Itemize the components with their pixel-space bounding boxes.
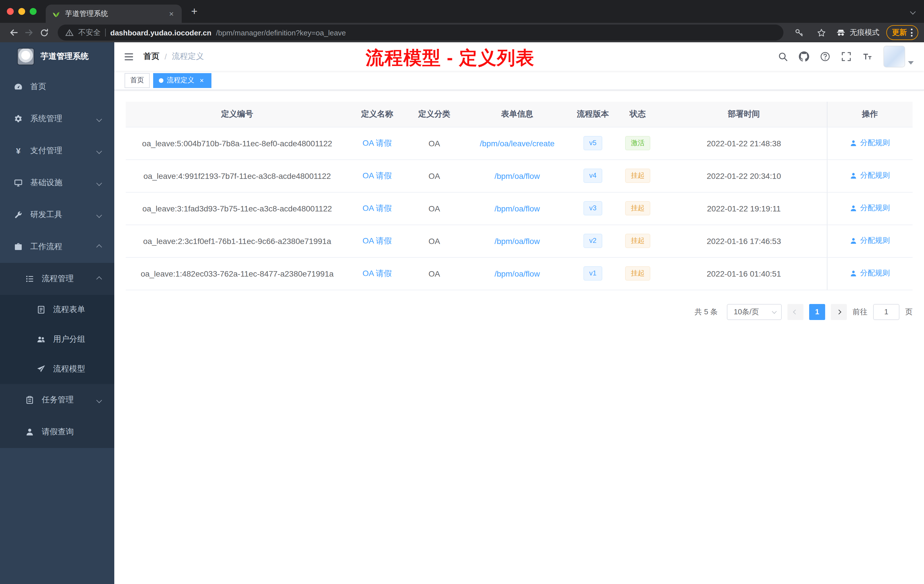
- goto-page-input[interactable]: [873, 304, 899, 320]
- sidebar-item-devtools[interactable]: 研发工具: [0, 199, 114, 231]
- sidebar-item-infrastructure[interactable]: 基础设施: [0, 167, 114, 199]
- breadcrumb: 首页 / 流程定义: [144, 51, 204, 62]
- version-badge: v5: [583, 136, 602, 150]
- definition-name-link[interactable]: OA 请假: [363, 203, 392, 212]
- page-size-select[interactable]: 10条/页: [727, 304, 782, 320]
- definition-name-link[interactable]: OA 请假: [363, 171, 392, 180]
- cell-form-info: /bpm/oa/flow: [463, 159, 571, 192]
- cell-status: 挂起: [614, 224, 661, 257]
- assign-rule-link[interactable]: 分配规则: [850, 268, 890, 279]
- user-menu[interactable]: [883, 46, 914, 68]
- prev-page-button[interactable]: [787, 304, 804, 320]
- dashboard-icon: [14, 82, 23, 91]
- breadcrumb-home[interactable]: 首页: [144, 51, 159, 62]
- column-version: 流程版本: [571, 102, 614, 127]
- logo-avatar: [17, 48, 34, 65]
- form-info-link[interactable]: /bpm/oa/flow: [495, 171, 540, 180]
- sidebar-item-task-management[interactable]: 任务管理: [0, 384, 114, 416]
- definition-name-link[interactable]: OA 请假: [363, 236, 392, 245]
- sidebar-item-process-form[interactable]: 流程表单: [0, 295, 114, 325]
- sidebar-item-leave-query[interactable]: 请假查询: [0, 416, 114, 448]
- github-icon[interactable]: [799, 51, 809, 62]
- next-page-button[interactable]: [831, 304, 847, 320]
- search-icon[interactable]: [778, 51, 788, 62]
- forward-icon[interactable]: [21, 25, 36, 40]
- back-icon[interactable]: [6, 25, 21, 40]
- sidebar-item-process-management[interactable]: 流程管理: [0, 263, 114, 295]
- collapse-sidebar-icon[interactable]: [114, 42, 144, 71]
- chevron-down-icon: [772, 309, 777, 314]
- table-row: oa_leave:1:482ec033-762a-11ec-8477-a2380…: [126, 257, 912, 290]
- chevron-down-icon: [96, 212, 102, 218]
- cell-deployed-at: 2022-01-16 01:40:51: [661, 257, 827, 290]
- cell-form-info: /bpm/oa/leave/create: [463, 127, 571, 159]
- cell-definition-name: OA 请假: [348, 224, 406, 257]
- cell-operations: 分配规则: [827, 224, 912, 257]
- cell-category: OA: [406, 224, 463, 257]
- cell-status: 挂起: [614, 192, 661, 224]
- cell-definition-id: oa_leave:4:991f2193-7b7f-11ec-a3c8-acde4…: [126, 159, 348, 192]
- form-info-link[interactable]: /bpm/oa/flow: [495, 204, 540, 213]
- sidebar-item-system[interactable]: 系统管理: [0, 103, 114, 135]
- definition-name-link[interactable]: OA 请假: [363, 138, 392, 147]
- definition-name-link[interactable]: OA 请假: [363, 268, 392, 277]
- minimize-window-button[interactable]: [18, 8, 25, 15]
- bookmark-star-icon[interactable]: [814, 25, 829, 40]
- security-warning-icon: [65, 28, 74, 37]
- cell-version: v1: [571, 257, 614, 290]
- column-operations: 操作: [827, 102, 912, 127]
- cell-version: v5: [571, 127, 614, 159]
- assign-rule-link[interactable]: 分配规则: [850, 203, 890, 213]
- cell-definition-name: OA 请假: [348, 127, 406, 159]
- cell-form-info: /bpm/oa/flow: [463, 192, 571, 224]
- sidebar-item-user-group[interactable]: 用户分组: [0, 325, 114, 354]
- sidebar-item-home[interactable]: 首页: [0, 71, 114, 103]
- user-icon: [850, 139, 858, 147]
- update-button[interactable]: 更新: [886, 25, 918, 40]
- tag-home[interactable]: 首页: [125, 73, 150, 88]
- form-info-link[interactable]: /bpm/oa/flow: [495, 269, 540, 278]
- font-size-icon[interactable]: [862, 51, 873, 62]
- pagination-total: 共 5 条: [695, 307, 718, 317]
- page-number-1[interactable]: 1: [809, 304, 825, 320]
- avatar[interactable]: [883, 46, 905, 68]
- form-icon: [36, 305, 46, 314]
- reload-icon[interactable]: [36, 25, 52, 40]
- security-label: 不安全: [78, 27, 101, 38]
- tag-process-definition[interactable]: 流程定义 ×: [153, 73, 211, 88]
- fullscreen-icon[interactable]: [841, 51, 851, 62]
- zoom-window-button[interactable]: [30, 8, 36, 15]
- active-dot-icon: [159, 78, 163, 82]
- tab-search-chevron-icon[interactable]: [911, 10, 915, 13]
- cell-form-info: /bpm/oa/flow: [463, 224, 571, 257]
- version-badge: v4: [583, 168, 602, 183]
- tab-close-icon[interactable]: ×: [167, 9, 176, 18]
- version-badge: v3: [583, 201, 602, 215]
- cell-operations: 分配规则: [827, 192, 912, 224]
- form-info-link[interactable]: /bpm/oa/flow: [495, 236, 540, 246]
- url-path: /bpm/manager/definition?key=oa_leave: [216, 28, 346, 37]
- help-icon[interactable]: [820, 51, 830, 62]
- logo-title: 芋道管理系统: [41, 51, 89, 62]
- new-tab-button[interactable]: +: [186, 3, 202, 20]
- browser-toolbar: 不安全 dashboard.yudao.iocoder.cn /bpm/mana…: [0, 23, 924, 42]
- form-info-link[interactable]: /bpm/oa/leave/create: [480, 139, 554, 148]
- tag-close-icon[interactable]: ×: [198, 76, 206, 84]
- url-bar[interactable]: 不安全 dashboard.yudao.iocoder.cn /bpm/mana…: [58, 25, 784, 41]
- key-icon[interactable]: [792, 25, 807, 40]
- close-window-button[interactable]: [7, 8, 14, 15]
- breadcrumb-current: 流程定义: [172, 51, 204, 62]
- favicon-leaf-icon: [51, 9, 61, 18]
- assign-rule-link[interactable]: 分配规则: [850, 236, 890, 246]
- chevron-down-icon: [96, 148, 102, 154]
- sidebar-item-process-model[interactable]: 流程模型: [0, 354, 114, 384]
- send-icon: [36, 365, 46, 374]
- cell-category: OA: [406, 127, 463, 159]
- sidebar-item-workflow[interactable]: 工作流程: [0, 231, 114, 263]
- sidebar-item-payment[interactable]: ¥ 支付管理: [0, 135, 114, 167]
- table-row: oa_leave:3:1fad3d93-7b75-11ec-a3c8-acde4…: [126, 192, 912, 224]
- assign-rule-link[interactable]: 分配规则: [850, 171, 890, 181]
- browser-tab[interactable]: 芋道管理系统 ×: [46, 5, 182, 23]
- browser-menu-kebab-icon[interactable]: [911, 28, 912, 36]
- assign-rule-link[interactable]: 分配规则: [850, 138, 890, 148]
